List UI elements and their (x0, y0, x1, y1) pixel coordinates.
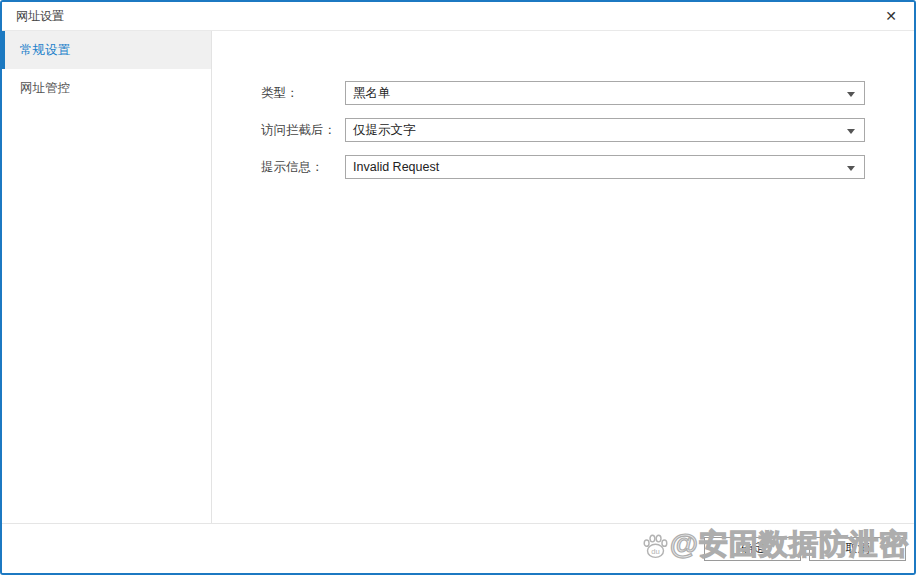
intercept-action-label: 访问拦截后： (261, 122, 345, 139)
form-row-type: 类型： 黑名单 (261, 81, 914, 105)
type-dropdown[interactable]: 黑名单 (345, 81, 865, 105)
title-bar: 网址设置 ✕ (2, 2, 914, 31)
form-row-intercept-action: 访问拦截后： 仅提示文字 (261, 118, 914, 142)
chevron-down-icon (847, 92, 855, 97)
intercept-action-dropdown[interactable]: 仅提示文字 (345, 118, 865, 142)
cancel-button[interactable]: 取消 (809, 537, 906, 561)
sidebar-item-label: 常规设置 (20, 42, 70, 59)
chevron-down-icon (847, 129, 855, 134)
type-dropdown-value: 黑名单 (353, 85, 391, 102)
prompt-message-dropdown[interactable]: Invalid Request (345, 155, 865, 179)
type-label: 类型： (261, 85, 345, 102)
ok-button[interactable]: 确定 (704, 537, 801, 561)
sidebar-item-label: 网址管控 (20, 80, 70, 97)
close-icon[interactable]: ✕ (876, 6, 906, 26)
dialog-body: 常规设置 网址管控 类型： 黑名单 访问拦截后： 仅提示文字 (2, 31, 914, 523)
footer-bar: 确定 取消 (2, 523, 914, 573)
prompt-message-label: 提示信息： (261, 159, 345, 176)
sidebar-item-general-settings[interactable]: 常规设置 (2, 31, 211, 69)
chevron-down-icon (847, 166, 855, 171)
sidebar: 常规设置 网址管控 (2, 31, 212, 523)
url-settings-dialog: 网址设置 ✕ 常规设置 网址管控 类型： 黑名单 访问拦截后： (0, 0, 916, 575)
settings-form: 类型： 黑名单 访问拦截后： 仅提示文字 提示信息： Invalid Reque… (212, 31, 914, 523)
prompt-message-dropdown-value: Invalid Request (353, 160, 439, 174)
sidebar-item-url-control[interactable]: 网址管控 (2, 69, 211, 107)
form-row-prompt-message: 提示信息： Invalid Request (261, 155, 914, 179)
dialog-title: 网址设置 (16, 8, 64, 25)
intercept-action-dropdown-value: 仅提示文字 (353, 122, 416, 139)
